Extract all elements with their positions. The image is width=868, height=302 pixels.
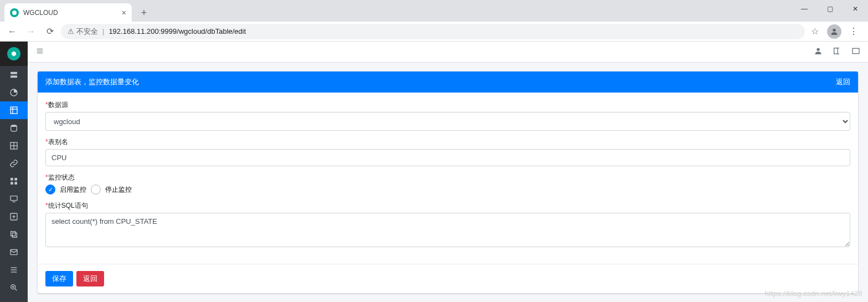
sidebar-item-add[interactable] (0, 208, 28, 226)
main-area: 添加数据表，监控数据量变化 返回 *数据源 wgcloud *表别名 (28, 42, 868, 302)
svg-line-27 (15, 289, 17, 290)
header-back-link[interactable]: 返回 (836, 77, 850, 87)
svg-point-33 (817, 48, 819, 51)
new-tab-button[interactable]: + (136, 5, 152, 21)
datasource-label: *数据源 (45, 100, 850, 110)
svg-rect-14 (14, 182, 17, 185)
back-button[interactable]: 返回 (76, 271, 104, 286)
sidebar-item-dashboard[interactable] (0, 84, 28, 101)
address-bar: ← → ⟳ ⚠ 不安全 | 192.168.11.200:9999/wgclou… (0, 22, 868, 42)
radio-stop[interactable] (91, 185, 101, 194)
tab-favicon-icon (10, 8, 19, 17)
bookmark-star-icon[interactable]: ☆ (808, 25, 822, 38)
svg-rect-34 (834, 48, 838, 54)
sidebar-item-list[interactable] (0, 261, 28, 279)
profile-avatar-icon[interactable] (827, 24, 841, 39)
datasource-select[interactable]: wgcloud (45, 112, 850, 131)
forward-button[interactable]: → (23, 24, 39, 39)
watermark-text: https://blog.csdn.net/liwy1428 (764, 289, 862, 298)
svg-rect-4 (11, 107, 17, 114)
fullscreen-icon[interactable] (851, 47, 860, 57)
logout-icon[interactable] (833, 47, 841, 57)
sidebar-item-mail[interactable] (0, 243, 28, 261)
svg-rect-15 (11, 196, 17, 201)
sidebar-item-link[interactable] (0, 155, 28, 172)
url-field[interactable]: ⚠ 不安全 | 192.168.11.200:9999/wgcloud/dbTa… (61, 24, 805, 39)
url-separator: | (102, 27, 104, 35)
warning-icon: ⚠ (68, 27, 74, 35)
sidebar-item-zoom[interactable] (0, 279, 28, 296)
maximize-button[interactable]: ▢ (817, 0, 843, 18)
radio-enable-label: 启用监控 (60, 185, 86, 194)
svg-rect-21 (11, 232, 16, 236)
sql-label: *统计SQL语句 (45, 201, 850, 211)
topbar (28, 42, 868, 63)
app-logo[interactable] (0, 42, 28, 66)
browser-tab[interactable]: WGCLOUD × (4, 3, 132, 22)
radio-stop-label: 停止监控 (105, 185, 132, 194)
back-button[interactable]: ← (4, 24, 20, 39)
radio-enable[interactable] (45, 185, 55, 194)
url-text: 192.168.11.200:9999/wgcloud/dbTable/edit (108, 27, 246, 35)
sidebar-item-table[interactable] (0, 101, 28, 119)
menu-toggle-icon[interactable] (35, 47, 44, 57)
sidebar-item-copy[interactable] (0, 226, 28, 243)
warning-text: 不安全 (76, 27, 98, 37)
sql-textarea[interactable] (45, 213, 850, 247)
svg-rect-37 (852, 48, 859, 53)
sidebar-item-apps[interactable] (0, 172, 28, 190)
reload-button[interactable]: ⟳ (42, 24, 58, 39)
monitor-status-label: *监控状态 (45, 173, 850, 182)
form-card: 添加数据表，监控数据量变化 返回 *数据源 wgcloud *表别名 (38, 71, 858, 293)
svg-point-7 (11, 125, 17, 127)
tab-title: WGCLOUD (23, 9, 58, 17)
svg-rect-2 (11, 75, 17, 78)
browser-menu-icon[interactable]: ⋮ (847, 25, 860, 38)
alias-input[interactable] (45, 149, 850, 166)
sidebar-item-server[interactable] (0, 66, 28, 84)
sidebar (0, 42, 28, 302)
sidebar-item-grid[interactable] (0, 137, 28, 155)
alias-label: *表别名 (45, 137, 850, 147)
svg-rect-20 (12, 233, 17, 237)
browser-tab-strip: WGCLOUD × + — ▢ ✕ (0, 0, 868, 22)
sidebar-item-database[interactable] (0, 119, 28, 137)
save-button[interactable]: 保存 (45, 271, 73, 286)
svg-point-0 (833, 28, 835, 31)
close-window-button[interactable]: ✕ (843, 0, 868, 18)
user-icon[interactable] (814, 47, 823, 57)
card-header: 添加数据表，监控数据量变化 返回 (38, 71, 858, 93)
svg-rect-13 (11, 182, 13, 185)
card-title: 添加数据表，监控数据量变化 (45, 77, 139, 87)
svg-rect-12 (14, 178, 17, 181)
window-controls: — ▢ ✕ (792, 0, 868, 18)
security-warning: ⚠ 不安全 (68, 27, 98, 37)
svg-rect-11 (11, 178, 13, 181)
minimize-button[interactable]: — (792, 0, 817, 18)
close-tab-icon[interactable]: × (122, 8, 126, 17)
sidebar-item-monitor[interactable] (0, 190, 28, 208)
svg-rect-1 (11, 72, 17, 74)
